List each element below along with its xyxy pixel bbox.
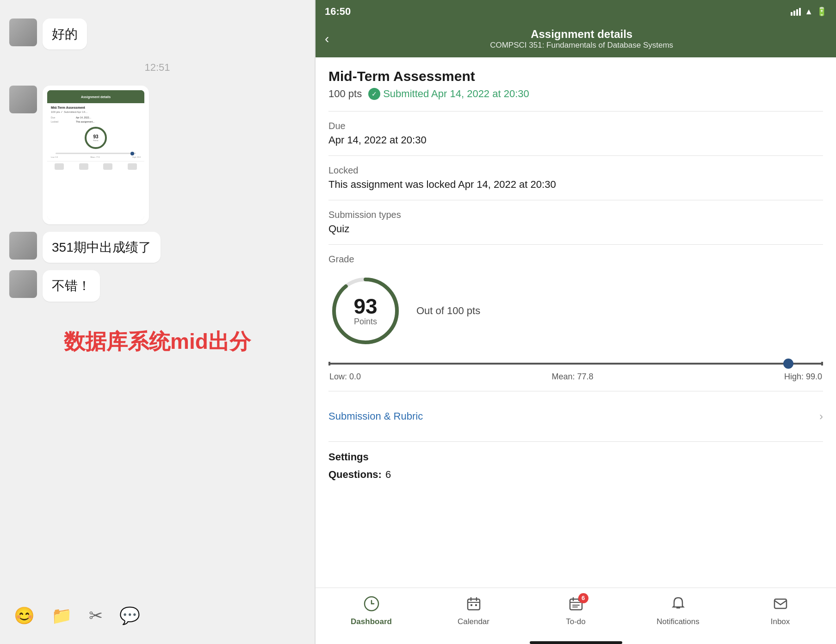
settings-questions-row: Questions: 6 [328,469,823,481]
submission-rubric-row[interactable]: Submission & Rubric › [328,401,823,432]
notifications-icon [670,596,686,615]
grade-title: Grade [328,254,823,265]
submission-types-section: Submission types Quiz [328,210,823,235]
battery-icon: 🔋 [817,6,827,17]
mini-circle-pts: Points [93,139,98,142]
mini-row: Due Apr 14, 2022... [51,116,141,119]
slider-low-label: Low: 0.0 [329,372,361,382]
divider [328,391,823,391]
divider [328,244,823,245]
overlay-text: 数据库系统mid出分 [64,329,251,353]
slider-track-container [328,362,823,365]
screenshot-mini: Assignment details Mid-Term Assessment 1… [47,90,144,220]
divider [328,200,823,200]
overlay-text-container: 数据库系统mid出分 [9,328,305,356]
submitted-text: Submitted Apr 14, 2022 at 20:30 [383,88,529,100]
mini-pts: 100 pts ✓ Submitted Apr 14... [51,110,141,113]
avatar [9,232,37,260]
message-row: 好的 [9,19,305,50]
notifications-label: Notifications [656,617,700,626]
svg-rect-8 [475,604,477,606]
mini-value: This assignment... [76,120,95,123]
grade-circle: 93 Points [328,274,403,348]
mini-value: Apr 14, 2022... [76,116,91,119]
inbox-label: Inbox [771,617,790,626]
svg-rect-7 [471,604,472,606]
submitted-badge: ✓ Submitted Apr 14, 2022 at 20:30 [368,88,529,100]
emoji-icon[interactable]: 😊 [14,606,35,625]
message-row: 351期中出成绩了 [9,232,305,263]
more-icon[interactable]: 💬 [119,606,140,625]
avatar [9,86,37,113]
nav-item-notifications[interactable]: Notifications [655,596,701,626]
chat-panel: 好的 12:51 Assignment details Mid-Term Ass… [0,0,315,644]
due-label: Due [328,121,823,131]
submission-types-label: Submission types [328,210,823,220]
grade-display: 93 Points Out of 100 pts [328,274,823,348]
slider-dot-icon [783,359,793,369]
avatar [9,270,37,298]
mini-stats: Low: 0.0 Mean: 77.8 High: 99.0 [51,156,141,158]
chevron-right-icon: › [819,410,823,423]
svg-rect-3 [468,599,480,610]
back-button[interactable]: ‹ [325,31,329,46]
mini-slider [56,153,136,154]
submission-types-value: Quiz [328,223,823,235]
wifi-icon: ▲ [805,7,813,17]
slider-tick-right [821,362,823,365]
mini-content: Mid-Term Assessment 100 pts ✓ Submitted … [47,103,144,161]
home-indicator [530,641,622,644]
locked-section: Locked This assignment was locked Apr 14… [328,165,823,191]
nav-item-inbox[interactable]: Inbox [757,596,804,626]
mini-footer-icon [55,163,64,170]
submission-rubric-label: Submission & Rubric [328,410,423,422]
screenshot-inner: Assignment details Mid-Term Assessment 1… [47,90,144,220]
nav-item-todo[interactable]: 6 To-do [553,596,599,626]
message-row: 不错！ [9,270,305,301]
header-subtitle: COMPSCI 351: Fundamentals of Database Sy… [336,41,827,50]
check-circle-icon: ✓ [368,88,380,100]
mini-footer-icon [128,163,137,170]
settings-section: Settings Questions: 6 [328,451,823,481]
mini-header-text: Assignment details [81,95,111,99]
grade-number: 93 [353,296,377,317]
message-row-screenshot: Assignment details Mid-Term Assessment 1… [9,86,305,224]
locked-label: Locked [328,165,823,176]
questions-key: Questions: [328,469,382,481]
chat-timestamp: 12:51 [9,62,305,74]
grade-out-of: Out of 100 pts [416,305,480,317]
content-area: Mid-Term Assessment 100 pts ✓ Submitted … [316,57,836,588]
screenshot-bubble: Assignment details Mid-Term Assessment 1… [43,86,149,224]
nav-item-calendar[interactable]: Calendar [451,596,497,626]
scissors-icon[interactable]: ✂ [89,606,103,625]
status-bar: 16:50 ▲ 🔋 [316,0,836,23]
slider-high-label: High: 99.0 [784,372,822,382]
todo-badge: 6 [578,593,588,603]
nav-item-dashboard[interactable]: Dashboard [348,596,395,626]
mini-header: Assignment details [47,90,144,103]
questions-value: 6 [385,469,391,481]
due-section: Due Apr 14, 2022 at 20:30 [328,121,823,146]
chat-bottom-icons: 😊 📁 ✂ 💬 [0,597,315,635]
todo-icon: 6 [568,596,584,615]
mini-grade-num: 93 [93,134,98,139]
locked-value: This assignment was locked Apr 14, 2022 … [328,179,823,191]
todo-label: To-do [566,617,586,626]
status-time: 16:50 [325,6,351,18]
mini-footer-icon [103,163,112,170]
mini-grade-circle: 93 Points [85,127,107,149]
due-value: Apr 14, 2022 at 20:30 [328,134,823,146]
mini-title: Mid-Term Assessment [51,106,141,109]
status-icons: ▲ 🔋 [791,6,827,17]
mini-footer-icon [79,163,88,170]
divider [328,441,823,442]
mini-label: Locked [51,120,74,123]
settings-title: Settings [328,451,823,463]
folder-icon[interactable]: 📁 [51,606,72,625]
mini-circle-container: 93 Points [51,127,141,149]
stats-slider: Low: 0.0 Mean: 77.8 High: 99.0 [328,362,823,382]
slider-labels: Low: 0.0 Mean: 77.8 High: 99.0 [328,372,823,382]
mini-slider-dot [130,152,134,155]
slider-tick-left [328,362,330,365]
inbox-icon [773,596,788,615]
